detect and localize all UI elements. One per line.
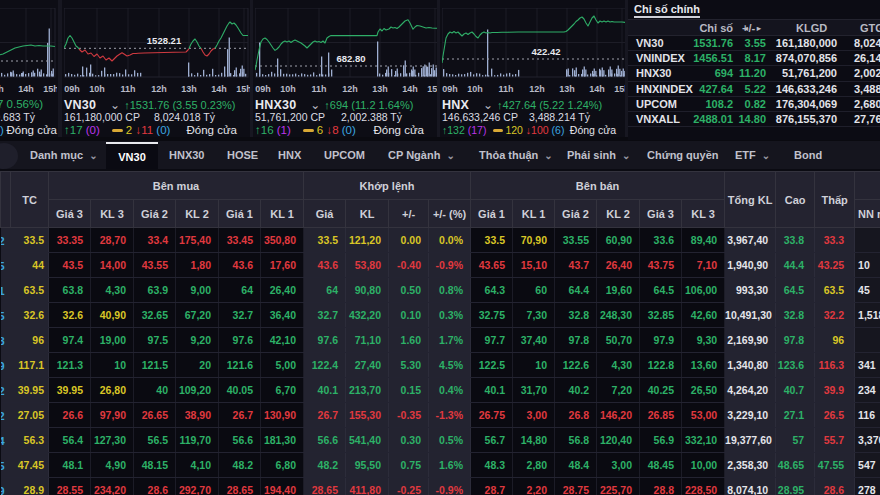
svg-text:682.80: 682.80 [336, 53, 365, 64]
svg-text:15h: 15h [614, 84, 625, 94]
svg-text:10h: 10h [89, 84, 105, 94]
svg-text:422.42: 422.42 [531, 46, 560, 57]
svg-text:12h: 12h [529, 84, 545, 94]
svg-text:15h: 15h [427, 84, 437, 94]
svg-text:13h: 13h [0, 84, 4, 94]
svg-text:10h: 10h [467, 84, 483, 94]
svg-text:09h: 09h [255, 84, 271, 94]
svg-text:11h: 11h [311, 84, 326, 94]
svg-text:14h: 14h [402, 84, 418, 94]
svg-text:15h: 15h [236, 84, 250, 94]
svg-text:14h: 14h [211, 84, 227, 94]
svg-text:12h: 12h [151, 84, 167, 94]
svg-text:12h: 12h [342, 84, 358, 94]
svg-text:11h: 11h [120, 84, 135, 94]
svg-text:1528.21: 1528.21 [147, 35, 182, 46]
svg-text:13h: 13h [559, 84, 575, 94]
svg-text:14h: 14h [589, 84, 605, 94]
svg-text:13h: 13h [181, 84, 197, 94]
svg-text:10h: 10h [280, 84, 296, 94]
svg-text:09h: 09h [442, 84, 458, 94]
svg-text:15h: 15h [43, 84, 57, 94]
svg-text:13h: 13h [372, 84, 388, 94]
svg-text:11h: 11h [498, 84, 513, 94]
svg-text:14h: 14h [18, 84, 34, 94]
svg-text:09h: 09h [64, 84, 80, 94]
